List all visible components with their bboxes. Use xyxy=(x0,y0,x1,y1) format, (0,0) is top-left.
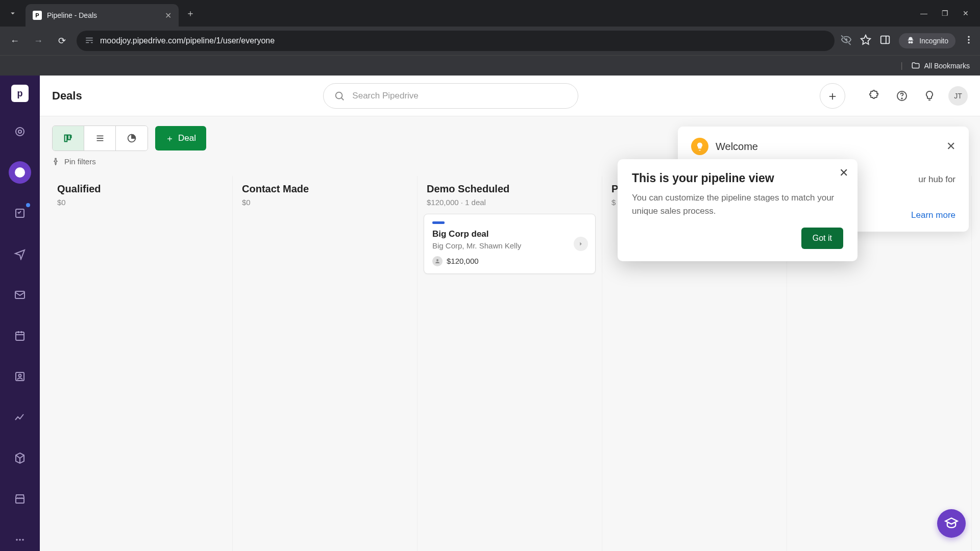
svg-point-3 xyxy=(968,39,969,40)
maximize-button[interactable]: ❐ xyxy=(942,9,948,17)
site-settings-icon[interactable] xyxy=(85,36,94,46)
view-forecast-button[interactable] xyxy=(116,126,148,151)
app-container: p xyxy=(0,76,980,551)
browser-toolbar: ← → ⟳ moodjoy.pipedrive.com/pipeline/1/u… xyxy=(0,27,980,55)
extensions-icon[interactable] xyxy=(866,87,883,105)
svg-point-18 xyxy=(336,92,342,98)
view-list-button[interactable] xyxy=(84,126,116,151)
pin-icon xyxy=(52,158,60,166)
deal-card[interactable]: Big Corp deal Big Corp, Mr. Shawn Kelly … xyxy=(424,214,596,274)
popup-got-it-button[interactable]: Got it xyxy=(801,228,843,249)
svg-rect-7 xyxy=(16,209,24,217)
svg-point-2 xyxy=(968,36,969,38)
minimize-button[interactable]: — xyxy=(920,9,927,17)
forward-button[interactable]: → xyxy=(30,32,47,49)
bookmark-bar-separator: | xyxy=(900,61,902,70)
svg-point-30 xyxy=(436,259,438,261)
sidenav-item-projects[interactable] xyxy=(9,202,31,224)
all-bookmarks-button[interactable]: All Bookmarks xyxy=(911,61,970,70)
stage-name: Contact Made xyxy=(242,183,408,195)
view-toggle-group xyxy=(52,126,148,151)
pin-filters-label: Pin filters xyxy=(64,157,96,166)
sidenav-item-activities[interactable] xyxy=(9,324,31,347)
popup-title: This is your pipeline view xyxy=(632,171,843,185)
side-panel-icon[interactable] xyxy=(879,34,891,47)
svg-rect-24 xyxy=(68,135,70,140)
deal-next-icon[interactable] xyxy=(574,237,588,251)
welcome-close-button[interactable]: ✕ xyxy=(946,140,955,153)
plus-icon: ＋ xyxy=(165,133,174,144)
tab-favicon-icon: P xyxy=(33,11,42,20)
sidenav-item-insights[interactable] xyxy=(9,406,31,429)
svg-rect-9 xyxy=(16,332,24,340)
tab-close-icon[interactable]: ✕ xyxy=(165,11,172,20)
stage-demo-scheduled[interactable]: Demo Scheduled $120,000 · 1 deal Big Cor… xyxy=(418,176,602,552)
search-icon xyxy=(334,90,345,102)
page-title: Deals xyxy=(52,89,82,103)
svg-line-19 xyxy=(341,97,344,100)
stage-name: Demo Scheduled xyxy=(427,183,593,195)
search-input[interactable] xyxy=(352,91,568,101)
all-bookmarks-label: All Bookmarks xyxy=(924,62,970,70)
bookmark-star-icon[interactable] xyxy=(860,34,871,47)
sidenav-item-mail[interactable] xyxy=(9,284,31,306)
deal-subtitle: Big Corp, Mr. Shawn Kelly xyxy=(432,241,587,250)
sidenav-item-more[interactable] xyxy=(9,529,31,551)
search-box[interactable] xyxy=(323,83,578,109)
svg-point-14 xyxy=(19,374,21,377)
url-text: moodjoy.pipedrive.com/pipeline/1/user/ev… xyxy=(100,36,826,45)
sidenav-item-contacts[interactable] xyxy=(9,365,31,388)
svg-point-17 xyxy=(22,539,24,541)
url-bar[interactable]: moodjoy.pipedrive.com/pipeline/1/user/ev… xyxy=(77,31,835,51)
academy-icon xyxy=(944,516,959,531)
sidenav-item-products[interactable] xyxy=(9,447,31,469)
stage-summary: $120,000 · 1 deal xyxy=(427,198,593,207)
bookmark-bar: | All Bookmarks xyxy=(0,55,980,76)
quick-add-button[interactable]: ＋ xyxy=(820,83,845,109)
incognito-badge[interactable]: Incognito xyxy=(899,33,955,48)
deal-value: $120,000 xyxy=(447,257,479,265)
deal-title: Big Corp deal xyxy=(432,229,587,239)
stage-contact-made[interactable]: Contact Made $0 xyxy=(233,176,418,552)
app-logo[interactable]: p xyxy=(11,85,29,102)
view-pipeline-button[interactable] xyxy=(53,126,84,151)
back-button[interactable]: ← xyxy=(6,32,23,49)
stage-qualified[interactable]: Qualified $0 xyxy=(48,176,233,552)
sidenav-item-deals[interactable] xyxy=(9,161,31,184)
window-controls: — ❐ ✕ xyxy=(920,9,976,17)
svg-rect-0 xyxy=(881,36,890,44)
help-icon[interactable] xyxy=(893,87,911,105)
reload-button[interactable]: ⟳ xyxy=(53,32,70,49)
stage-summary: $0 xyxy=(242,198,408,207)
tab-search-dropdown[interactable] xyxy=(4,5,21,22)
welcome-title: Welcome xyxy=(716,141,758,153)
sidenav-item-campaigns[interactable] xyxy=(9,243,31,265)
user-avatar[interactable]: JT xyxy=(948,86,968,106)
popup-text: You can customize the pipeline stages to… xyxy=(632,191,843,217)
tab-title: Pipeline - Deals xyxy=(47,11,165,19)
sidenav-item-focus[interactable] xyxy=(9,120,31,143)
stage-summary: $0 xyxy=(57,198,223,207)
close-window-button[interactable]: ✕ xyxy=(963,9,969,17)
svg-point-5 xyxy=(16,128,24,136)
help-fab[interactable] xyxy=(937,509,966,538)
main-area: Deals ＋ JT xyxy=(40,76,980,551)
svg-point-4 xyxy=(968,42,969,43)
new-tab-button[interactable]: ＋ xyxy=(186,7,195,19)
notification-dot xyxy=(26,203,30,207)
svg-point-16 xyxy=(19,539,21,541)
incognito-label: Incognito xyxy=(919,37,948,45)
deal-progress-bar xyxy=(432,221,445,224)
svg-point-6 xyxy=(18,130,21,133)
welcome-bulb-icon xyxy=(691,138,708,155)
popup-close-button[interactable]: ✕ xyxy=(839,166,848,180)
add-deal-button[interactable]: ＋ Deal xyxy=(155,126,206,151)
eye-off-icon[interactable] xyxy=(841,34,852,47)
browser-tab[interactable]: P Pipeline - Deals ✕ xyxy=(26,4,179,27)
sidenav-item-marketplace[interactable] xyxy=(9,488,31,510)
onboarding-popup: ✕ This is your pipeline view You can cus… xyxy=(618,159,857,261)
browser-menu-icon[interactable] xyxy=(964,35,974,47)
svg-point-15 xyxy=(16,539,18,541)
tips-icon[interactable] xyxy=(921,87,938,105)
pin-filters-button[interactable]: Pin filters xyxy=(52,157,96,166)
